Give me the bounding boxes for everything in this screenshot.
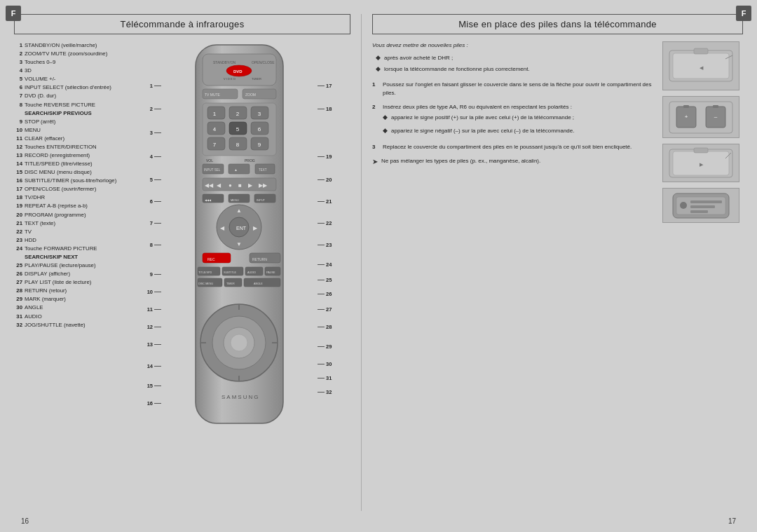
step-3: 3 Replacez le couvercle du compartiment … (372, 143, 652, 151)
svg-text:SAMSUNG: SAMSUNG (221, 394, 259, 400)
list-item-bold: SEARCH/SKIP PREVIOUS (25, 110, 92, 116)
callout-right: 20 (318, 177, 332, 183)
list-item-number: 23 (14, 236, 22, 245)
list-item-number: 21 (14, 219, 22, 228)
list-item-desc: TV/DHR (25, 193, 123, 202)
svg-point-80 (231, 334, 247, 351)
list-item-number: 30 (14, 303, 22, 312)
svg-text:TIMER: TIMER (226, 282, 235, 285)
list-item: 18TV/DHR (14, 193, 123, 202)
callout-right: 24 (318, 261, 332, 268)
svg-rect-108 (690, 210, 708, 213)
callout-right: 25 (318, 277, 332, 283)
svg-text:9: 9 (258, 142, 261, 148)
callout-left: 12 (147, 324, 161, 330)
left-section-header: Télécommande à infrarouges (14, 14, 350, 34)
list-item: 26DISPLAY (afficher) (14, 270, 123, 278)
callout-right: 21 (318, 198, 332, 205)
list-item: 25PLAY/PAUSE (lecture/pause) (14, 261, 123, 270)
callout-left: 3 (150, 130, 161, 136)
list-item: 27PLAY LIST (liste de lecture) (14, 278, 123, 287)
list-item-desc: Touche FORWARD PICTURESEARCH/SKIP NEXT (25, 245, 123, 261)
list-item-desc: ZOOM/TV MUTE (zoom/sourdine) (25, 50, 123, 58)
svg-text:AUDIO: AUDIO (247, 271, 256, 274)
right-panel: Mise en place des piles dans la télécomm… (372, 14, 743, 511)
svg-rect-19 (207, 122, 225, 135)
bullet-diamond-2: ◆ (376, 64, 381, 74)
callout-right: 31 (318, 375, 332, 381)
step-2-sub2-text: appariez le signe négatif (–) sur la pil… (391, 127, 574, 136)
step-1: 1 Poussez sur l'onglet en faisant glisse… (372, 81, 652, 97)
svg-text:MENU: MENU (231, 198, 239, 202)
callout-left: 6 (150, 198, 161, 205)
list-item: 21TEXT (texte) (14, 219, 123, 228)
callout-left: 9 (150, 271, 161, 278)
callout-left: 8 (150, 242, 161, 248)
right-section-header: Mise en place des piles dans la télécomm… (372, 14, 743, 34)
list-item-number: 11 (14, 135, 22, 143)
svg-text:◀◀◀: ◀◀◀ (205, 198, 212, 202)
callout-left: 7 (150, 220, 161, 226)
step-2-diamond-1: ◆ (383, 113, 388, 123)
list-item-number: 31 (14, 313, 22, 321)
list-item: 8Touche REVERSE PICTURESEARCH/SKIP PREVI… (14, 101, 123, 118)
list-item-desc: INPUT SELECT (sélection d'entrée) (25, 83, 123, 92)
remote-area: 1 2 3 4 5 6 7 8 9 10 11 12 13 14 15 16 1… (128, 41, 350, 511)
svg-text:1: 1 (213, 111, 217, 117)
battery-images-col: ◀ + – (659, 41, 743, 511)
callout-left: 11 (147, 306, 161, 313)
list-item-bold: SEARCH/SKIP NEXT (25, 254, 78, 260)
svg-text:◀: ◀ (220, 225, 225, 231)
svg-point-105 (680, 202, 687, 209)
list-item: 29MARK (marquer) (14, 295, 123, 303)
svg-text:OPEN/CLOSE: OPEN/CLOSE (252, 60, 275, 64)
callout-left: 4 (150, 154, 161, 160)
list-item: 17OPEN/CLOSE (ouvrir/fermer) (14, 185, 123, 193)
bullet-item-1: ◆ après avoir acheté le DHR ; (376, 54, 652, 63)
list-item-desc: TV (25, 228, 123, 236)
svg-text:2: 2 (236, 111, 240, 117)
list-item-number: 28 (14, 287, 22, 295)
svg-text:PAUSE: PAUSE (266, 271, 275, 274)
list-item-desc: CLEAR (effacer) (25, 135, 123, 143)
numbered-list: 1STANDBY/ON (veille/marche)2ZOOM/TV MUTE… (14, 41, 123, 511)
list-item: 6INPUT SELECT (sélection d'entrée) (14, 83, 123, 92)
callout-right: 27 (318, 306, 332, 313)
svg-text:8: 8 (236, 142, 240, 148)
callout-right: 26 (318, 291, 332, 297)
list-item-number: 2 (14, 50, 22, 58)
svg-text:▲: ▲ (234, 168, 238, 172)
list-item-desc: Touches ENTER/DIRECTION (25, 143, 123, 151)
list-item-desc: ANGLE (25, 303, 123, 312)
battery-intro: Vous devez mettre de nouvelles piles : (372, 41, 652, 50)
list-item-desc: REPEAT A-B (reprise a-b) (25, 202, 123, 210)
svg-rect-88 (694, 48, 708, 54)
svg-text:TITLE/SPD: TITLE/SPD (198, 271, 212, 274)
callout-left: 16 (147, 400, 161, 407)
list-item-number: 19 (14, 202, 22, 210)
list-item: 16SUBTITLE/TIMER (sous-titre/horloge) (14, 177, 123, 185)
step-2-num: 2 (372, 103, 379, 111)
svg-text:ENT: ENT (236, 226, 247, 231)
list-item: 15DISC MENU (menu disque) (14, 168, 123, 177)
list-item-number: 18 (14, 193, 22, 202)
list-item-desc: TITLE/SPEED (titre/vitesse) (25, 160, 123, 168)
svg-text:●: ● (229, 182, 232, 189)
svg-text:6: 6 (258, 126, 261, 132)
callout-right: 28 (318, 324, 332, 330)
callout-right: 22 (318, 220, 332, 226)
callout-right: 30 (318, 361, 332, 367)
corner-badge-left: F (6, 6, 21, 21)
svg-text:DISC MENU: DISC MENU (198, 282, 214, 285)
svg-rect-106 (690, 200, 722, 203)
svg-rect-25 (207, 137, 225, 150)
list-item-desc: RECORD (enregistrement) (25, 151, 123, 160)
list-item-desc: TEXT (texte) (25, 219, 123, 228)
svg-text:TEXT: TEXT (259, 168, 267, 172)
list-item-number: 26 (14, 270, 22, 278)
corner-badge-right: F (736, 6, 751, 21)
svg-text:ANGLE: ANGLE (254, 282, 263, 285)
list-item-number: 13 (14, 151, 22, 160)
main-content: Télécommande à infrarouges 1STANDBY/ON (… (0, 0, 757, 532)
left-body: 1STANDBY/ON (veille/marche)2ZOOM/TV MUTE… (14, 41, 350, 511)
